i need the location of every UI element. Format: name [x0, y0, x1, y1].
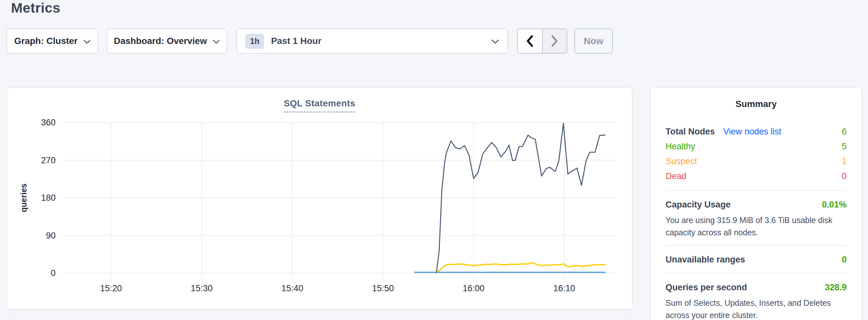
total-nodes-label: Total Nodes: [665, 127, 715, 137]
dashboard-dropdown[interactable]: Dashboard: Overview: [107, 28, 227, 54]
time-range-label: Past 1 Hour: [271, 36, 321, 46]
divider: [665, 273, 847, 274]
svg-text:0: 0: [51, 268, 56, 278]
svg-text:360: 360: [41, 118, 56, 127]
time-range-picker[interactable]: 1h Past 1 Hour: [237, 28, 508, 54]
svg-text:16:00: 16:00: [463, 284, 485, 293]
summary-panel: Summary Total Nodes View nodes list 6 He…: [650, 87, 862, 320]
queries-per-second-value: 328.9: [825, 283, 847, 292]
next-chart-card-edge: [6, 319, 632, 320]
view-nodes-list-link[interactable]: View nodes list: [723, 127, 782, 137]
page-title: Metrics: [11, 0, 60, 16]
divider: [665, 190, 847, 191]
previous-time-button[interactable]: [518, 29, 542, 53]
healthy-nodes-row: Healthy 5: [665, 139, 847, 154]
sql-statements-chart[interactable]: 09018027036015:2015:3015:4015:5016:0016:…: [7, 88, 633, 310]
svg-text:queries: queries: [19, 184, 28, 212]
healthy-value: 5: [842, 141, 847, 152]
queries-per-second-description: Sum of Selects, Updates, Inserts, and De…: [665, 297, 847, 320]
time-step-button-group: [517, 28, 567, 54]
chevron-down-icon: [491, 39, 499, 44]
now-button[interactable]: Now: [575, 28, 613, 54]
capacity-usage-value: 0.01%: [822, 200, 847, 210]
dashboard-dropdown-label: Dashboard: Overview: [114, 36, 207, 46]
svg-text:15:40: 15:40: [281, 284, 303, 293]
svg-text:180: 180: [41, 193, 56, 203]
graph-dropdown-label: Graph: Cluster: [14, 36, 78, 46]
suspect-value: 1: [842, 156, 847, 166]
svg-text:15:30: 15:30: [191, 284, 213, 293]
divider: [665, 245, 847, 246]
chevron-left-icon: [526, 35, 534, 47]
dead-label: Dead: [665, 171, 687, 181]
dead-nodes-row: Dead 0: [665, 169, 847, 184]
unavailable-ranges-value: 0: [842, 255, 847, 265]
graph-dropdown[interactable]: Graph: Cluster: [6, 28, 98, 54]
healthy-label: Healthy: [665, 141, 695, 152]
svg-text:16:10: 16:10: [553, 284, 575, 293]
sql-statements-chart-card: SQL Statements 09018027036015:2015:3015:…: [6, 87, 632, 310]
queries-per-second-label: Queries per second: [665, 283, 747, 292]
chevron-right-icon: [551, 35, 559, 47]
suspect-nodes-row: Suspect 1: [665, 154, 847, 169]
svg-text:270: 270: [41, 156, 56, 165]
svg-text:90: 90: [46, 231, 56, 241]
unavailable-ranges-label: Unavailable ranges: [665, 255, 745, 265]
next-time-button[interactable]: [542, 29, 567, 53]
chevron-down-icon: [213, 40, 220, 44]
capacity-usage-label: Capacity Usage: [665, 200, 731, 210]
queries-per-second-row: Queries per second 328.9: [665, 281, 847, 294]
svg-text:15:50: 15:50: [372, 284, 394, 293]
capacity-usage-description: You are using 315.9 MiB of 3.6 TiB usabl…: [665, 214, 847, 238]
unavailable-ranges-row: Unavailable ranges 0: [665, 253, 847, 266]
total-nodes-value: 6: [842, 127, 847, 137]
summary-title: Summary: [665, 99, 847, 109]
capacity-usage-row: Capacity Usage 0.01%: [665, 198, 847, 212]
suspect-label: Suspect: [665, 156, 697, 166]
dead-value: 0: [842, 171, 847, 181]
nodes-summary-block: Total Nodes View nodes list 6 Healthy 5 …: [665, 124, 847, 184]
chevron-down-icon: [84, 40, 91, 44]
total-nodes-row: Total Nodes View nodes list 6: [665, 124, 847, 139]
svg-text:15:20: 15:20: [100, 284, 122, 293]
metrics-toolbar: Graph: Cluster Dashboard: Overview 1h Pa…: [6, 28, 613, 54]
time-range-badge: 1h: [245, 34, 264, 49]
